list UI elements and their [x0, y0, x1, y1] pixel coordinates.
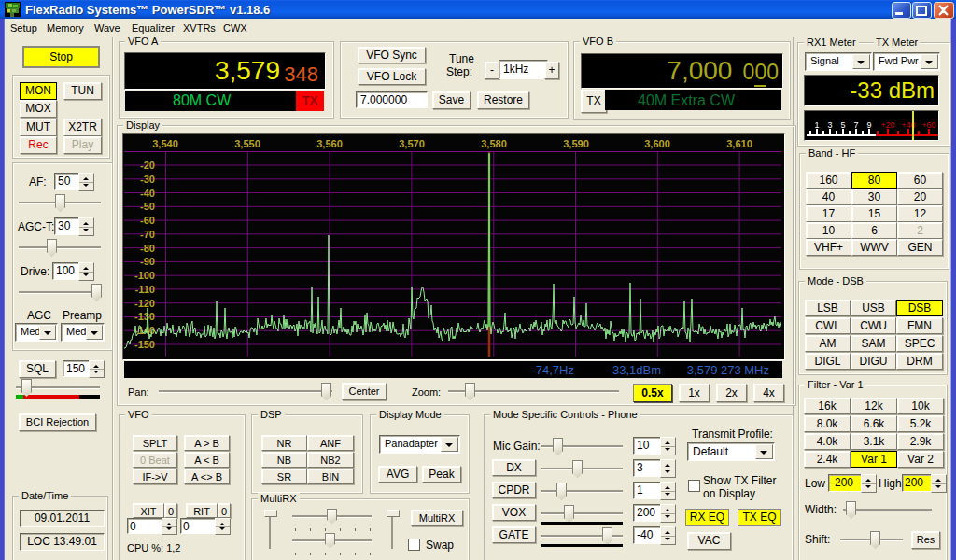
svg-text:-20: -20 — [140, 160, 155, 171]
svg-text:3,550: 3,550 — [234, 138, 260, 149]
svg-text:3,540: 3,540 — [152, 138, 178, 149]
svg-text:+60: +60 — [921, 120, 935, 130]
svg-text:-90: -90 — [140, 256, 155, 267]
svg-text:3,560: 3,560 — [316, 138, 343, 149]
svg-text:7: 7 — [853, 120, 858, 130]
svg-text:3,600: 3,600 — [644, 138, 670, 149]
svg-text:1: 1 — [814, 120, 819, 130]
svg-text:-70: -70 — [140, 229, 155, 240]
svg-text:3,570: 3,570 — [399, 138, 425, 149]
svg-text:-130: -130 — [134, 311, 155, 322]
svg-text:3: 3 — [827, 120, 832, 130]
svg-text:-40: -40 — [140, 188, 155, 199]
svg-text:-120: -120 — [134, 298, 155, 309]
svg-text:-60: -60 — [140, 215, 155, 226]
svg-text:9: 9 — [866, 120, 871, 130]
svg-text:-110: -110 — [135, 284, 155, 295]
svg-text:3,580: 3,580 — [481, 138, 507, 149]
svg-text:-50: -50 — [140, 201, 155, 212]
svg-text:-30: -30 — [140, 174, 155, 185]
svg-text:-100: -100 — [134, 270, 155, 281]
svg-text:3,610: 3,610 — [726, 138, 752, 149]
svg-text:-80: -80 — [140, 243, 155, 254]
svg-text:-150: -150 — [134, 339, 155, 350]
svg-text:+20: +20 — [880, 120, 894, 130]
svg-text:3,590: 3,590 — [563, 138, 589, 149]
svg-text:5: 5 — [840, 120, 845, 130]
